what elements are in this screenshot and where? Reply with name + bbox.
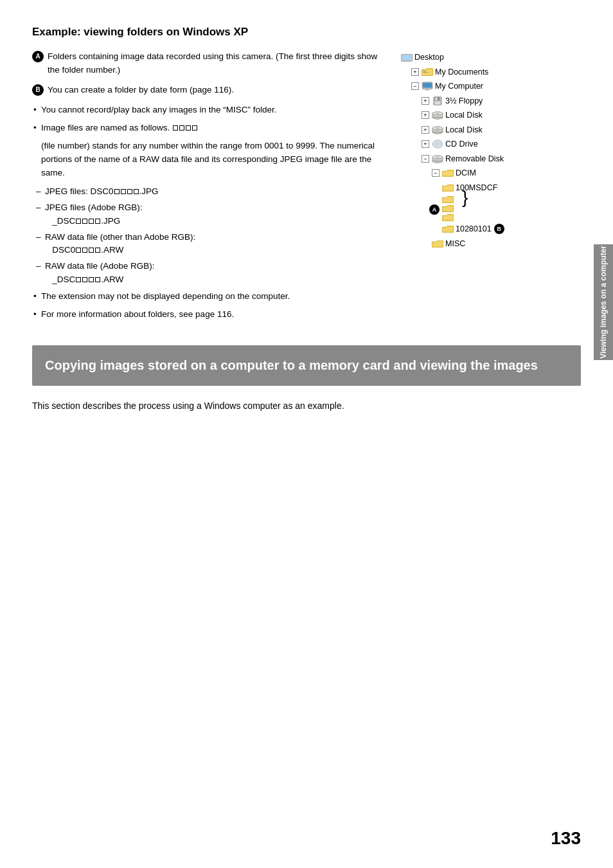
tree-label-floppy: 3½ Floppy	[445, 94, 483, 109]
tree-label-mydocs: My Documents	[435, 65, 488, 80]
desktop-icon	[401, 53, 413, 62]
tree-item-desktop: Desktop	[401, 50, 581, 65]
tree-label-10280101: 10280101	[456, 222, 492, 237]
mycomputer-icon	[422, 82, 433, 91]
bracket-symbol: }	[462, 188, 468, 206]
tree-label-misc: MISC	[445, 237, 465, 251]
page-number: 133	[551, 828, 581, 849]
svg-rect-2	[405, 61, 409, 62]
expander-localdisk2[interactable]: +	[422, 126, 429, 134]
bullet-image-details: (file number) stands for any number with…	[32, 140, 388, 180]
folder-a2-icon	[442, 204, 454, 213]
cddrive-icon	[432, 140, 443, 149]
side-tab-text: Viewing images on a computer	[599, 246, 608, 359]
file-tree: Desktop + My Documents −	[401, 50, 581, 251]
tree-item-100msdcf: 100MSDCF	[401, 181, 581, 195]
gray-banner: Copying images stored on a computer to a…	[32, 345, 581, 386]
expander-dcim: −	[432, 169, 440, 177]
expander-mycomputer: −	[411, 82, 419, 90]
annotation-a-text: Folders containing image data recorded u…	[48, 50, 388, 77]
tree-item-localdisk2: + Local Disk	[401, 123, 581, 138]
tree-label-dcim: DCIM	[456, 166, 476, 181]
tree-item-folder-a3	[401, 213, 581, 222]
annotation-b-item: B You can create a folder by date form (…	[32, 84, 388, 97]
tree-item-mycomputer: − My Computer	[401, 79, 581, 94]
svg-rect-6	[423, 83, 432, 88]
localdisk1-icon	[432, 111, 443, 120]
sub-bullet-jpeg: JPEG files: DSC0.JPG	[32, 185, 388, 198]
left-column: A Folders containing image data recorded…	[32, 50, 388, 326]
sub-bullet-raw-adobe: RAW data file (Adobe RGB): _DSC.ARW	[32, 260, 388, 286]
tree-item-removable: − Removable Disk	[401, 152, 581, 167]
mydocs-icon	[422, 68, 433, 77]
tree-item-misc: MISC	[401, 237, 581, 251]
bullet-extension: The extension may not be displayed depen…	[32, 290, 388, 303]
expander-removable: −	[422, 155, 429, 163]
svg-point-15	[436, 113, 439, 114]
tree-item-10280101: 10280101 B	[401, 222, 581, 237]
tree-item-mydocs: + My Documents	[401, 65, 581, 80]
localdisk2-icon	[432, 125, 443, 134]
tree-label-mycomputer: My Computer	[435, 79, 483, 94]
svg-point-19	[436, 127, 439, 129]
sub-bullet-jpeg-adobe: JPEG files (Adobe RGB): _DSC.JPG	[32, 201, 388, 228]
folder-b-icon	[442, 224, 454, 233]
floppy-icon	[432, 96, 443, 105]
svg-rect-11	[434, 102, 440, 105]
annotation-a-circle: A	[32, 51, 44, 62]
section-heading: Example: viewing folders on Windows XP	[32, 26, 581, 39]
annotation-b-marker: B	[494, 224, 504, 234]
tree-item-cddrive: + CD Drive	[401, 137, 581, 152]
tree-item-dcim: − DCIM	[401, 166, 581, 181]
side-tab: Viewing images on a computer	[594, 244, 613, 360]
folder-a1-icon	[442, 195, 454, 204]
misc-icon	[432, 239, 443, 248]
annotation-b-text: You can create a folder by date form (pa…	[48, 84, 234, 97]
expander-localdisk1[interactable]: +	[422, 111, 429, 119]
expander-cddrive[interactable]: +	[422, 140, 429, 148]
bullet-misc: You cannot record/play back any images i…	[32, 104, 388, 116]
removable-icon	[432, 154, 443, 163]
folder-a3-icon	[442, 213, 454, 222]
right-column: Desktop + My Documents −	[401, 50, 581, 326]
tree-item-folder-a1	[401, 195, 581, 204]
svg-point-26	[436, 156, 439, 158]
section2-text: This section describes the process using…	[32, 399, 581, 413]
annotation-a-item: A Folders containing image data recorded…	[32, 50, 388, 77]
tree-label-desktop: Desktop	[414, 50, 444, 65]
annotation-a-group: A }	[401, 195, 581, 222]
tree-item-folder-a2: A }	[401, 204, 581, 213]
tree-label-localdisk2: Local Disk	[445, 123, 483, 138]
bullet-more-info: For more information about folders, see …	[32, 308, 388, 321]
svg-rect-1	[402, 55, 412, 60]
svg-rect-7	[425, 89, 429, 91]
dcim-icon	[442, 168, 454, 177]
sub-bullet-raw: RAW data file (other than Adobe RGB): DS…	[32, 231, 388, 257]
expander-floppy[interactable]: +	[422, 97, 429, 105]
top-section: A Folders containing image data recorded…	[32, 50, 581, 326]
svg-rect-10	[435, 97, 438, 100]
tree-label-localdisk1: Local Disk	[445, 108, 483, 123]
100msdcf-icon	[442, 183, 454, 192]
annotation-a-marker: A	[429, 204, 440, 215]
svg-rect-4	[423, 72, 429, 73]
bullet-image-files: Image files are named as follows.	[32, 122, 388, 134]
banner-title: Copying images stored on a computer to a…	[45, 357, 568, 374]
svg-rect-3	[423, 71, 426, 71]
tree-label-removable: Removable Disk	[445, 152, 504, 167]
page-container: Example: viewing folders on Windows XP A…	[0, 0, 613, 868]
tree-item-floppy: + 3½ Floppy	[401, 94, 581, 109]
tree-item-localdisk1: + Local Disk	[401, 108, 581, 123]
tree-label-cddrive: CD Drive	[445, 137, 478, 152]
svg-point-21	[436, 143, 439, 146]
expander-mydocs[interactable]: +	[411, 68, 419, 76]
annotation-b-circle: B	[32, 84, 44, 96]
